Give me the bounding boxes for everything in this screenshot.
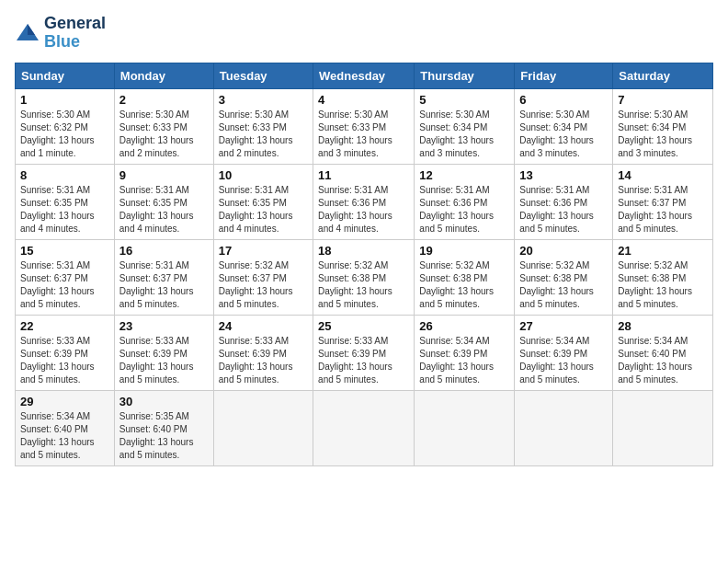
calendar-cell: 12 Sunrise: 5:31 AM Sunset: 6:36 PM Dayl… [415,164,515,239]
calendar-cell: 30 Sunrise: 5:35 AM Sunset: 6:40 PM Dayl… [114,390,213,465]
day-number: 25 [318,319,409,333]
day-number: 12 [419,168,509,182]
calendar-cell: 11 Sunrise: 5:31 AM Sunset: 6:36 PM Dayl… [313,164,415,239]
cell-info: Sunrise: 5:32 AM Sunset: 6:38 PM Dayligh… [618,259,708,311]
day-number: 13 [519,168,608,182]
calendar-week-5: 29 Sunrise: 5:34 AM Sunset: 6:40 PM Dayl… [16,390,713,465]
calendar-cell: 17 Sunrise: 5:32 AM Sunset: 6:37 PM Dayl… [213,239,313,315]
calendar-cell: 26 Sunrise: 5:34 AM Sunset: 6:39 PM Dayl… [415,315,515,390]
cell-info: Sunrise: 5:34 AM Sunset: 6:40 PM Dayligh… [618,335,708,386]
calendar-cell: 3 Sunrise: 5:30 AM Sunset: 6:33 PM Dayli… [213,88,313,164]
day-number: 19 [419,244,509,258]
cell-info: Sunrise: 5:33 AM Sunset: 6:39 PM Dayligh… [20,335,109,386]
cell-info: Sunrise: 5:35 AM Sunset: 6:40 PM Dayligh… [119,410,209,462]
col-header-saturday: Saturday [613,63,713,88]
cell-info: Sunrise: 5:30 AM Sunset: 6:33 PM Dayligh… [219,109,308,160]
svg-marker-1 [28,24,35,35]
cell-info: Sunrise: 5:31 AM Sunset: 6:36 PM Dayligh… [318,184,409,236]
cell-info: Sunrise: 5:34 AM Sunset: 6:39 PM Dayligh… [519,335,608,386]
cell-info: Sunrise: 5:32 AM Sunset: 6:38 PM Dayligh… [519,259,608,311]
calendar-cell: 21 Sunrise: 5:32 AM Sunset: 6:38 PM Dayl… [613,239,713,315]
calendar-cell: 22 Sunrise: 5:33 AM Sunset: 6:39 PM Dayl… [16,315,115,390]
calendar-cell: 8 Sunrise: 5:31 AM Sunset: 6:35 PM Dayli… [16,164,115,239]
col-header-monday: Monday [114,63,213,88]
cell-info: Sunrise: 5:30 AM Sunset: 6:34 PM Dayligh… [618,109,708,160]
cell-info: Sunrise: 5:33 AM Sunset: 6:39 PM Dayligh… [318,335,409,386]
calendar-cell: 10 Sunrise: 5:31 AM Sunset: 6:35 PM Dayl… [213,164,313,239]
day-number: 17 [219,244,308,258]
col-header-wednesday: Wednesday [313,63,415,88]
day-number: 6 [519,93,608,107]
col-header-sunday: Sunday [16,63,115,88]
calendar-cell: 2 Sunrise: 5:30 AM Sunset: 6:33 PM Dayli… [114,88,213,164]
day-number: 28 [618,319,708,333]
col-header-friday: Friday [515,63,613,88]
cell-info: Sunrise: 5:31 AM Sunset: 6:37 PM Dayligh… [119,259,209,311]
day-number: 26 [419,319,509,333]
cell-info: Sunrise: 5:33 AM Sunset: 6:39 PM Dayligh… [119,335,209,386]
day-number: 27 [519,319,608,333]
day-number: 15 [20,244,109,258]
day-number: 23 [119,319,209,333]
cell-info: Sunrise: 5:34 AM Sunset: 6:40 PM Dayligh… [20,410,109,462]
calendar-week-4: 22 Sunrise: 5:33 AM Sunset: 6:39 PM Dayl… [16,315,713,390]
cell-info: Sunrise: 5:30 AM Sunset: 6:33 PM Dayligh… [119,109,209,160]
cell-info: Sunrise: 5:31 AM Sunset: 6:37 PM Dayligh… [20,259,109,311]
day-number: 9 [119,168,209,182]
day-number: 20 [519,244,608,258]
cell-info: Sunrise: 5:32 AM Sunset: 6:38 PM Dayligh… [419,259,509,311]
calendar-week-3: 15 Sunrise: 5:31 AM Sunset: 6:37 PM Dayl… [16,239,713,315]
page-header: General Blue [15,15,713,52]
day-number: 8 [20,168,109,182]
calendar-cell: 25 Sunrise: 5:33 AM Sunset: 6:39 PM Dayl… [313,315,415,390]
calendar-cell: 15 Sunrise: 5:31 AM Sunset: 6:37 PM Dayl… [16,239,115,315]
day-number: 22 [20,319,109,333]
calendar-cell: 23 Sunrise: 5:33 AM Sunset: 6:39 PM Dayl… [114,315,213,390]
calendar-cell: 9 Sunrise: 5:31 AM Sunset: 6:35 PM Dayli… [114,164,213,239]
day-number: 21 [618,244,708,258]
cell-info: Sunrise: 5:31 AM Sunset: 6:35 PM Dayligh… [219,184,308,236]
day-number: 11 [318,168,409,182]
calendar-week-2: 8 Sunrise: 5:31 AM Sunset: 6:35 PM Dayli… [16,164,713,239]
cell-info: Sunrise: 5:30 AM Sunset: 6:33 PM Dayligh… [318,109,409,160]
day-number: 29 [20,395,109,408]
cell-info: Sunrise: 5:31 AM Sunset: 6:35 PM Dayligh… [20,184,109,236]
calendar-cell: 24 Sunrise: 5:33 AM Sunset: 6:39 PM Dayl… [213,315,313,390]
calendar-cell [515,390,613,465]
calendar: SundayMondayTuesdayWednesdayThursdayFrid… [15,63,713,466]
calendar-cell: 4 Sunrise: 5:30 AM Sunset: 6:33 PM Dayli… [313,88,415,164]
cell-info: Sunrise: 5:30 AM Sunset: 6:32 PM Dayligh… [20,109,109,160]
calendar-cell: 28 Sunrise: 5:34 AM Sunset: 6:40 PM Dayl… [613,315,713,390]
day-number: 16 [119,244,209,258]
cell-info: Sunrise: 5:31 AM Sunset: 6:37 PM Dayligh… [618,184,708,236]
day-number: 4 [318,93,409,107]
day-number: 7 [618,93,708,107]
calendar-cell: 19 Sunrise: 5:32 AM Sunset: 6:38 PM Dayl… [415,239,515,315]
calendar-cell: 5 Sunrise: 5:30 AM Sunset: 6:34 PM Dayli… [415,88,515,164]
day-number: 1 [20,93,109,107]
logo-icon [15,20,40,46]
day-number: 10 [219,168,308,182]
cell-info: Sunrise: 5:31 AM Sunset: 6:36 PM Dayligh… [419,184,509,236]
day-number: 18 [318,244,409,258]
calendar-week-1: 1 Sunrise: 5:30 AM Sunset: 6:32 PM Dayli… [16,88,713,164]
calendar-cell: 7 Sunrise: 5:30 AM Sunset: 6:34 PM Dayli… [613,88,713,164]
calendar-cell [213,390,313,465]
logo: General Blue [15,15,106,52]
calendar-cell: 14 Sunrise: 5:31 AM Sunset: 6:37 PM Dayl… [613,164,713,239]
calendar-cell: 16 Sunrise: 5:31 AM Sunset: 6:37 PM Dayl… [114,239,213,315]
calendar-cell: 29 Sunrise: 5:34 AM Sunset: 6:40 PM Dayl… [16,390,115,465]
calendar-cell [313,390,415,465]
col-header-thursday: Thursday [415,63,515,88]
calendar-cell [613,390,713,465]
day-number: 14 [618,168,708,182]
cell-info: Sunrise: 5:31 AM Sunset: 6:36 PM Dayligh… [519,184,608,236]
calendar-cell: 27 Sunrise: 5:34 AM Sunset: 6:39 PM Dayl… [515,315,613,390]
calendar-cell: 20 Sunrise: 5:32 AM Sunset: 6:38 PM Dayl… [515,239,613,315]
cell-info: Sunrise: 5:32 AM Sunset: 6:38 PM Dayligh… [318,259,409,311]
cell-info: Sunrise: 5:34 AM Sunset: 6:39 PM Dayligh… [419,335,509,386]
calendar-cell: 13 Sunrise: 5:31 AM Sunset: 6:36 PM Dayl… [515,164,613,239]
day-number: 30 [119,395,209,408]
cell-info: Sunrise: 5:33 AM Sunset: 6:39 PM Dayligh… [219,335,308,386]
cell-info: Sunrise: 5:30 AM Sunset: 6:34 PM Dayligh… [519,109,608,160]
